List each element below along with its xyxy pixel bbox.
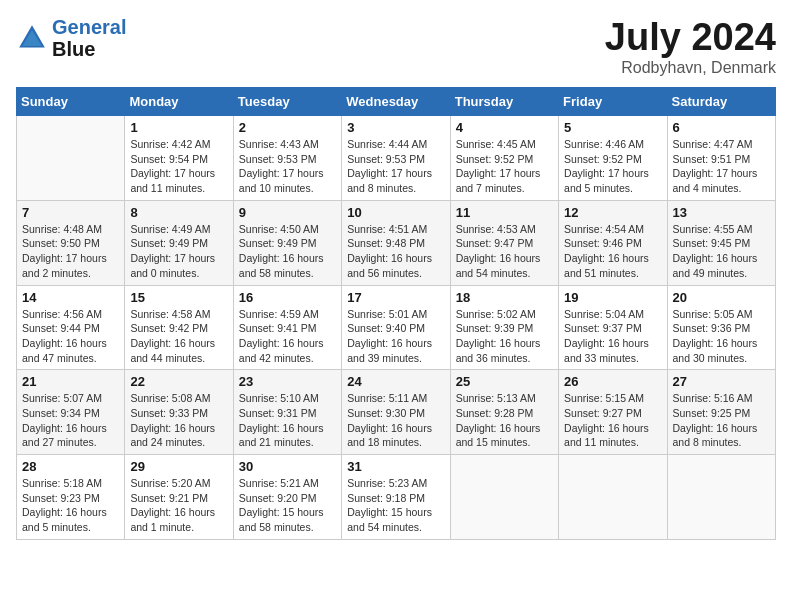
- weekday-header-monday: Monday: [125, 88, 233, 116]
- calendar-cell: 31Sunrise: 5:23 AMSunset: 9:18 PMDayligh…: [342, 455, 450, 540]
- calendar-cell: 5Sunrise: 4:46 AMSunset: 9:52 PMDaylight…: [559, 116, 667, 201]
- calendar-cell: 20Sunrise: 5:05 AMSunset: 9:36 PMDayligh…: [667, 285, 775, 370]
- day-info: Sunrise: 5:10 AMSunset: 9:31 PMDaylight:…: [239, 391, 336, 450]
- day-info: Sunrise: 4:42 AMSunset: 9:54 PMDaylight:…: [130, 137, 227, 196]
- day-number: 28: [22, 459, 119, 474]
- weekday-header-saturday: Saturday: [667, 88, 775, 116]
- calendar-cell: [17, 116, 125, 201]
- day-info: Sunrise: 5:02 AMSunset: 9:39 PMDaylight:…: [456, 307, 553, 366]
- day-info: Sunrise: 5:13 AMSunset: 9:28 PMDaylight:…: [456, 391, 553, 450]
- day-number: 18: [456, 290, 553, 305]
- day-info: Sunrise: 5:21 AMSunset: 9:20 PMDaylight:…: [239, 476, 336, 535]
- calendar-cell: 29Sunrise: 5:20 AMSunset: 9:21 PMDayligh…: [125, 455, 233, 540]
- calendar-cell: 17Sunrise: 5:01 AMSunset: 9:40 PMDayligh…: [342, 285, 450, 370]
- day-info: Sunrise: 4:49 AMSunset: 9:49 PMDaylight:…: [130, 222, 227, 281]
- calendar-cell: 6Sunrise: 4:47 AMSunset: 9:51 PMDaylight…: [667, 116, 775, 201]
- day-number: 2: [239, 120, 336, 135]
- calendar-cell: 9Sunrise: 4:50 AMSunset: 9:49 PMDaylight…: [233, 200, 341, 285]
- calendar-cell: 8Sunrise: 4:49 AMSunset: 9:49 PMDaylight…: [125, 200, 233, 285]
- day-number: 12: [564, 205, 661, 220]
- calendar-cell: 18Sunrise: 5:02 AMSunset: 9:39 PMDayligh…: [450, 285, 558, 370]
- calendar-cell: 30Sunrise: 5:21 AMSunset: 9:20 PMDayligh…: [233, 455, 341, 540]
- day-info: Sunrise: 4:50 AMSunset: 9:49 PMDaylight:…: [239, 222, 336, 281]
- day-number: 7: [22, 205, 119, 220]
- day-info: Sunrise: 4:48 AMSunset: 9:50 PMDaylight:…: [22, 222, 119, 281]
- weekday-header-friday: Friday: [559, 88, 667, 116]
- weekday-header-thursday: Thursday: [450, 88, 558, 116]
- day-number: 17: [347, 290, 444, 305]
- calendar-cell: 12Sunrise: 4:54 AMSunset: 9:46 PMDayligh…: [559, 200, 667, 285]
- calendar-cell: 15Sunrise: 4:58 AMSunset: 9:42 PMDayligh…: [125, 285, 233, 370]
- calendar-cell: 16Sunrise: 4:59 AMSunset: 9:41 PMDayligh…: [233, 285, 341, 370]
- day-info: Sunrise: 4:54 AMSunset: 9:46 PMDaylight:…: [564, 222, 661, 281]
- day-number: 1: [130, 120, 227, 135]
- day-info: Sunrise: 4:58 AMSunset: 9:42 PMDaylight:…: [130, 307, 227, 366]
- day-info: Sunrise: 5:16 AMSunset: 9:25 PMDaylight:…: [673, 391, 770, 450]
- day-number: 15: [130, 290, 227, 305]
- calendar-cell: 4Sunrise: 4:45 AMSunset: 9:52 PMDaylight…: [450, 116, 558, 201]
- week-row-5: 28Sunrise: 5:18 AMSunset: 9:23 PMDayligh…: [17, 455, 776, 540]
- day-number: 29: [130, 459, 227, 474]
- day-info: Sunrise: 5:15 AMSunset: 9:27 PMDaylight:…: [564, 391, 661, 450]
- day-number: 11: [456, 205, 553, 220]
- weekday-header-sunday: Sunday: [17, 88, 125, 116]
- calendar-cell: 21Sunrise: 5:07 AMSunset: 9:34 PMDayligh…: [17, 370, 125, 455]
- logo: GeneralBlue: [16, 16, 126, 60]
- day-info: Sunrise: 4:59 AMSunset: 9:41 PMDaylight:…: [239, 307, 336, 366]
- day-number: 31: [347, 459, 444, 474]
- day-info: Sunrise: 4:46 AMSunset: 9:52 PMDaylight:…: [564, 137, 661, 196]
- logo-icon: [16, 22, 48, 54]
- day-info: Sunrise: 5:20 AMSunset: 9:21 PMDaylight:…: [130, 476, 227, 535]
- day-info: Sunrise: 5:01 AMSunset: 9:40 PMDaylight:…: [347, 307, 444, 366]
- calendar-cell: 23Sunrise: 5:10 AMSunset: 9:31 PMDayligh…: [233, 370, 341, 455]
- day-info: Sunrise: 4:47 AMSunset: 9:51 PMDaylight:…: [673, 137, 770, 196]
- day-info: Sunrise: 4:44 AMSunset: 9:53 PMDaylight:…: [347, 137, 444, 196]
- day-number: 4: [456, 120, 553, 135]
- calendar-cell: [559, 455, 667, 540]
- week-row-1: 1Sunrise: 4:42 AMSunset: 9:54 PMDaylight…: [17, 116, 776, 201]
- day-number: 9: [239, 205, 336, 220]
- day-info: Sunrise: 5:08 AMSunset: 9:33 PMDaylight:…: [130, 391, 227, 450]
- calendar-cell: 11Sunrise: 4:53 AMSunset: 9:47 PMDayligh…: [450, 200, 558, 285]
- logo-text: GeneralBlue: [52, 16, 126, 60]
- calendar-cell: 13Sunrise: 4:55 AMSunset: 9:45 PMDayligh…: [667, 200, 775, 285]
- calendar-cell: 1Sunrise: 4:42 AMSunset: 9:54 PMDaylight…: [125, 116, 233, 201]
- calendar-cell: 24Sunrise: 5:11 AMSunset: 9:30 PMDayligh…: [342, 370, 450, 455]
- calendar-cell: 28Sunrise: 5:18 AMSunset: 9:23 PMDayligh…: [17, 455, 125, 540]
- day-number: 6: [673, 120, 770, 135]
- day-number: 3: [347, 120, 444, 135]
- calendar-cell: 19Sunrise: 5:04 AMSunset: 9:37 PMDayligh…: [559, 285, 667, 370]
- day-info: Sunrise: 5:04 AMSunset: 9:37 PMDaylight:…: [564, 307, 661, 366]
- day-info: Sunrise: 5:11 AMSunset: 9:30 PMDaylight:…: [347, 391, 444, 450]
- day-info: Sunrise: 4:55 AMSunset: 9:45 PMDaylight:…: [673, 222, 770, 281]
- calendar-cell: 27Sunrise: 5:16 AMSunset: 9:25 PMDayligh…: [667, 370, 775, 455]
- day-number: 13: [673, 205, 770, 220]
- weekday-header-tuesday: Tuesday: [233, 88, 341, 116]
- week-row-4: 21Sunrise: 5:07 AMSunset: 9:34 PMDayligh…: [17, 370, 776, 455]
- day-info: Sunrise: 4:56 AMSunset: 9:44 PMDaylight:…: [22, 307, 119, 366]
- day-number: 22: [130, 374, 227, 389]
- day-info: Sunrise: 4:45 AMSunset: 9:52 PMDaylight:…: [456, 137, 553, 196]
- calendar-cell: 7Sunrise: 4:48 AMSunset: 9:50 PMDaylight…: [17, 200, 125, 285]
- week-row-2: 7Sunrise: 4:48 AMSunset: 9:50 PMDaylight…: [17, 200, 776, 285]
- week-row-3: 14Sunrise: 4:56 AMSunset: 9:44 PMDayligh…: [17, 285, 776, 370]
- day-number: 14: [22, 290, 119, 305]
- day-info: Sunrise: 5:05 AMSunset: 9:36 PMDaylight:…: [673, 307, 770, 366]
- day-number: 8: [130, 205, 227, 220]
- calendar-cell: 10Sunrise: 4:51 AMSunset: 9:48 PMDayligh…: [342, 200, 450, 285]
- day-info: Sunrise: 4:51 AMSunset: 9:48 PMDaylight:…: [347, 222, 444, 281]
- day-info: Sunrise: 5:07 AMSunset: 9:34 PMDaylight:…: [22, 391, 119, 450]
- title-block: July 2024 Rodbyhavn, Denmark: [605, 16, 776, 77]
- day-number: 21: [22, 374, 119, 389]
- day-info: Sunrise: 4:53 AMSunset: 9:47 PMDaylight:…: [456, 222, 553, 281]
- calendar-cell: 25Sunrise: 5:13 AMSunset: 9:28 PMDayligh…: [450, 370, 558, 455]
- month-title: July 2024: [605, 16, 776, 59]
- calendar-cell: [450, 455, 558, 540]
- calendar-cell: 26Sunrise: 5:15 AMSunset: 9:27 PMDayligh…: [559, 370, 667, 455]
- day-number: 30: [239, 459, 336, 474]
- calendar-cell: 22Sunrise: 5:08 AMSunset: 9:33 PMDayligh…: [125, 370, 233, 455]
- day-number: 16: [239, 290, 336, 305]
- day-number: 5: [564, 120, 661, 135]
- day-number: 25: [456, 374, 553, 389]
- calendar-cell: 2Sunrise: 4:43 AMSunset: 9:53 PMDaylight…: [233, 116, 341, 201]
